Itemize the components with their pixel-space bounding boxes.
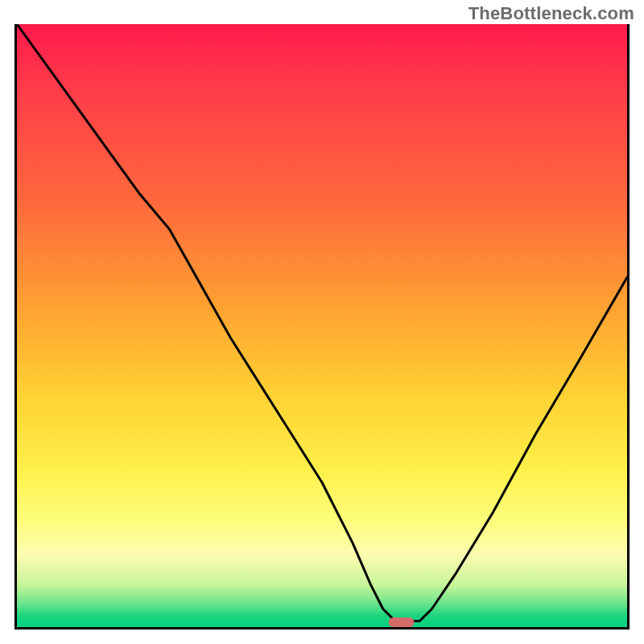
plot-frame	[14, 24, 630, 630]
watermark-text: TheBottleneck.com	[469, 3, 634, 24]
bottleneck-curve	[17, 24, 627, 621]
minimum-marker	[389, 617, 415, 627]
bottleneck-curve-svg	[17, 24, 627, 627]
chart-stage: TheBottleneck.com	[0, 0, 644, 644]
